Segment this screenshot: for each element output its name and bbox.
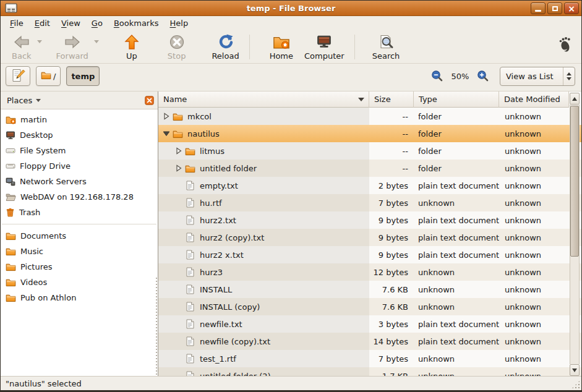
sidebar-item-label: Music bbox=[20, 247, 43, 256]
sidebar-item-floppy-drive[interactable]: Floppy Drive bbox=[1, 158, 158, 174]
places-selector[interactable]: Places bbox=[7, 96, 41, 105]
minimize-button[interactable] bbox=[531, 2, 546, 14]
sidebar-item-network-servers[interactable]: Network Servers bbox=[1, 174, 158, 189]
reload-button[interactable]: Reload bbox=[208, 33, 242, 61]
desktop-icon bbox=[6, 130, 15, 140]
file-row-hurz2-x-txt[interactable]: hurz2 x.txt9 bytesplain text documentunk… bbox=[158, 246, 581, 263]
root-path-button[interactable]: / bbox=[36, 66, 61, 86]
sidebar-item-trash[interactable]: Trash bbox=[1, 205, 158, 220]
search-button[interactable]: Search bbox=[369, 33, 404, 61]
maximize-button[interactable] bbox=[547, 2, 562, 14]
file-row-mkcol[interactable]: mkcol--folderunknown bbox=[158, 108, 581, 125]
back-button[interactable]: Back bbox=[8, 33, 35, 61]
file-row-hu-rtf[interactable]: hu.rtf7 bytesunknownunknown bbox=[158, 194, 581, 211]
sidebar-item-desktop[interactable]: Desktop bbox=[1, 127, 158, 143]
menu-help[interactable]: Help bbox=[165, 17, 194, 29]
trash-icon bbox=[6, 208, 15, 217]
sidebar-item-documents[interactable]: Documents bbox=[1, 228, 158, 244]
file-row-hurz3[interactable]: hurz312 bytesunknownunknown bbox=[158, 263, 581, 281]
current-path-label: temp bbox=[71, 72, 95, 81]
view-controls: 50% View as List bbox=[431, 67, 575, 86]
file-row-nautilus[interactable]: nautilus--folderunknown bbox=[158, 125, 581, 142]
sidebar-item-label: Trash bbox=[19, 208, 40, 217]
folder-icon bbox=[6, 247, 16, 256]
expander-spacer bbox=[174, 199, 183, 207]
current-path-button[interactable]: temp bbox=[66, 66, 100, 86]
up-button[interactable]: Up bbox=[119, 33, 144, 61]
file-row-untitled-folder[interactable]: untitled folder--folderunknown bbox=[158, 160, 581, 177]
file-row-test-1-rtf[interactable]: test_1.rtf7 bytesunknownunknown bbox=[158, 350, 581, 367]
scroll-down-button[interactable] bbox=[570, 364, 580, 376]
sidebar-item-videos[interactable]: Videos bbox=[1, 275, 158, 290]
combo-spinner-icon[interactable] bbox=[563, 67, 575, 85]
column-header-date-modified[interactable]: Date Modified bbox=[499, 92, 569, 108]
name-cell: untitled folder bbox=[158, 160, 369, 177]
file-row-install[interactable]: INSTALL7.6 KBunknownunknown bbox=[158, 281, 581, 298]
search-icon bbox=[377, 33, 395, 51]
places-label: Places bbox=[7, 96, 32, 105]
expander-expanded-icon[interactable] bbox=[161, 130, 171, 138]
menu-view[interactable]: View bbox=[56, 17, 86, 29]
resize-grip[interactable] bbox=[571, 380, 580, 389]
close-button[interactable]: × bbox=[564, 2, 579, 14]
stop-button[interactable]: Stop bbox=[164, 33, 190, 61]
forward-button[interactable]: Forward bbox=[53, 33, 92, 61]
size-cell: 7 bytes bbox=[369, 194, 414, 211]
sidebar-item-label: Pictures bbox=[20, 262, 52, 271]
column-header-size[interactable]: Size bbox=[369, 92, 414, 108]
file-row-newfile-txt[interactable]: newfile.txt3 bytesplain text documentunk… bbox=[158, 315, 581, 333]
sidebar-close-button[interactable] bbox=[145, 96, 154, 105]
zoom-out-button[interactable] bbox=[431, 70, 443, 82]
sidebar-item-pictures[interactable]: Pictures bbox=[1, 259, 158, 275]
file-row-install-copy-[interactable]: INSTALL (copy)7.6 KBunknownunknown bbox=[158, 298, 581, 315]
expander-collapsed-icon[interactable] bbox=[174, 164, 183, 173]
expander-spacer bbox=[174, 268, 183, 276]
file-icon bbox=[184, 198, 195, 208]
sidebar-item-pub-on-athlon[interactable]: Pub on Athlon bbox=[1, 290, 158, 305]
titlebar[interactable]: temp - File Browser × bbox=[1, 1, 581, 16]
file-icon bbox=[184, 250, 195, 260]
name-cell: newfile.txt bbox=[158, 315, 369, 333]
expander-collapsed-icon[interactable] bbox=[161, 113, 171, 121]
size-cell: -- bbox=[369, 125, 414, 142]
menu-edit[interactable]: Edit bbox=[29, 17, 56, 29]
file-row-empty-txt[interactable]: empty.txt2 bytesplain text documentunkno… bbox=[158, 177, 581, 194]
file-row-litmus[interactable]: litmus--folderunknown bbox=[158, 142, 581, 160]
forward-history-dropdown[interactable] bbox=[92, 40, 101, 43]
sidebar-item-martin[interactable]: martin bbox=[1, 112, 158, 127]
computer-button[interactable]: Computer bbox=[301, 33, 348, 61]
folder-icon bbox=[6, 278, 16, 287]
sidebar-item-webdav-on-192-168-178-28[interactable]: WebDAV on 192.168.178.28 bbox=[1, 189, 158, 205]
scrollbar-trough[interactable] bbox=[570, 104, 580, 364]
menu-bookmarks[interactable]: Bookmarks bbox=[108, 17, 165, 29]
file-row-hurz2-copy-txt[interactable]: hurz2 (copy).txt9 bytesplain text docume… bbox=[158, 229, 581, 246]
back-history-dropdown[interactable] bbox=[35, 40, 44, 43]
file-name: newfile.txt bbox=[200, 320, 242, 329]
reload-icon bbox=[217, 33, 234, 51]
menu-go[interactable]: Go bbox=[86, 17, 108, 29]
file-row-untitled-folder-2-[interactable]: untitled folder (2)1.7 KBunknownunknown bbox=[158, 367, 581, 376]
scrollbar-thumb[interactable] bbox=[570, 106, 579, 257]
file-name: nautilus bbox=[187, 129, 220, 138]
file-name: hurz2 x.txt bbox=[200, 250, 244, 260]
column-header-type[interactable]: Type bbox=[414, 92, 499, 108]
file-icon bbox=[184, 371, 195, 376]
type-cell: plain text document bbox=[414, 177, 499, 194]
file-row-hurz2-txt[interactable]: hurz2.txt9 bytesplain text documentunkno… bbox=[158, 211, 581, 229]
column-header-name[interactable]: Name bbox=[158, 92, 369, 108]
view-mode-combo[interactable]: View as List bbox=[500, 67, 575, 86]
edit-location-button[interactable] bbox=[6, 66, 30, 86]
stop-icon bbox=[168, 33, 186, 51]
zoom-in-button[interactable] bbox=[477, 70, 489, 82]
home-button[interactable]: Home bbox=[266, 33, 297, 61]
scroll-up-button[interactable] bbox=[570, 93, 580, 104]
sidebar-item-music[interactable]: Music bbox=[1, 244, 158, 259]
toolbar-separator bbox=[249, 35, 250, 59]
sidebar-separator bbox=[2, 224, 156, 224]
size-cell: 7.6 KB bbox=[369, 281, 414, 298]
expander-collapsed-icon[interactable] bbox=[174, 147, 183, 155]
file-name: hurz2.txt bbox=[200, 216, 236, 225]
file-row-newfile-copy-txt[interactable]: newfile (copy).txt14 bytesplain text doc… bbox=[158, 333, 581, 350]
menu-file[interactable]: File bbox=[4, 17, 29, 29]
sidebar-item-file-system[interactable]: File System bbox=[1, 143, 158, 158]
